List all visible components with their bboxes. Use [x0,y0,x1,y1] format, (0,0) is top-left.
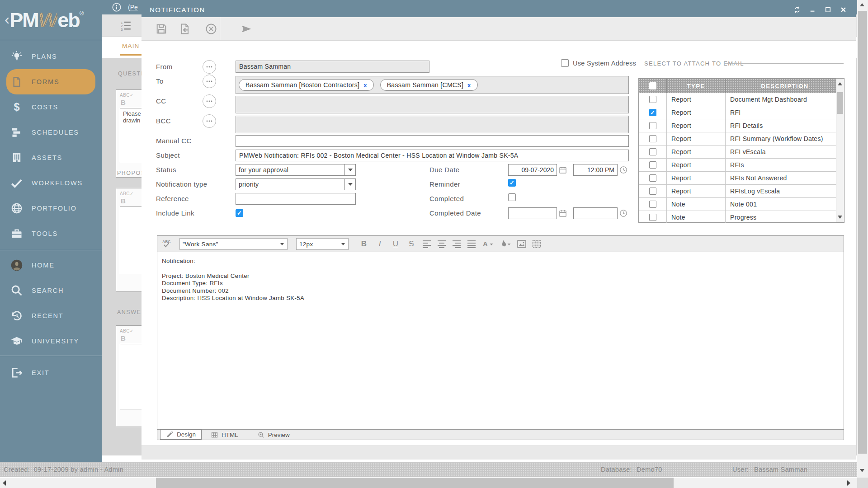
row-checkbox[interactable] [649,109,656,116]
table-row[interactable]: Report RFIs [639,159,844,172]
italic-icon[interactable]: I [374,239,386,249]
sidebar-item-exit[interactable]: EXIT [6,360,95,385]
row-checkbox[interactable] [649,174,656,182]
remove-chip-button[interactable]: x [467,82,471,89]
strikethrough-icon[interactable]: S [406,239,417,249]
scrollbar-thumb[interactable] [837,92,843,114]
scroll-up-icon[interactable] [860,3,864,6]
sidebar-item-portfolio[interactable]: PORTFOLIO [6,196,95,221]
to-field[interactable]: Bassam Samman [Boston Contractors]x Bass… [236,76,629,94]
row-checkbox[interactable] [649,188,656,195]
back-chevron-icon[interactable]: ‹ [5,10,9,28]
table-row[interactable]: Report Document Mgt Dashboard [639,93,844,106]
save-close-icon[interactable] [179,23,191,35]
sidebar-item-plans[interactable]: PLANS [6,44,95,69]
sidebar-item-home[interactable]: HOME [6,253,95,278]
table-row[interactable]: Report RFI Details [639,119,844,132]
chevron-down-icon[interactable] [344,179,355,190]
manual-cc-input[interactable] [236,135,629,147]
subject-input[interactable]: PMWeb Notification: RFIs 002 - Boston Me… [236,150,629,161]
sidebar-item-forms[interactable]: FORMS [6,69,95,94]
use-system-address-checkbox[interactable] [561,59,569,67]
tab-preview[interactable]: Preview [252,430,295,440]
sidebar-item-tools[interactable]: TOOLS [6,221,95,246]
editor-content[interactable]: Notification: Project: Boston Medical Ce… [157,252,844,429]
maximize-icon[interactable] [824,5,832,14]
remove-chip-button[interactable]: x [363,82,367,89]
table-row[interactable]: Report RFIsLog vEscala [639,185,844,198]
bcc-ellipsis-button[interactable] [203,114,216,128]
scroll-down-icon[interactable] [838,216,842,219]
row-checkbox[interactable] [649,214,656,221]
bold-icon[interactable]: B [358,239,370,249]
spellcheck-icon[interactable]: ABC [162,239,173,249]
sidebar-item-costs[interactable]: $ COSTS [6,94,95,120]
due-time-input[interactable]: 12:00 PM [573,164,618,176]
cc-field[interactable] [236,96,629,113]
modal-header[interactable]: NOTIFICATION [142,3,856,17]
table-row[interactable]: Note Note 001 [639,198,844,211]
sidebar-item-assets[interactable]: ASSETS [6,145,95,170]
align-right-icon[interactable] [451,239,462,249]
scroll-up-icon[interactable] [838,82,842,85]
font-color-icon[interactable]: A [481,239,495,249]
notification-type-select[interactable]: priority [236,178,356,190]
tab-main[interactable]: MAIN [122,42,140,49]
align-left-icon[interactable] [421,239,432,249]
font-size-select[interactable]: 12px [296,238,349,250]
reminder-checkbox[interactable] [508,179,516,187]
sidebar-item-schedules[interactable]: SCHEDULES [6,120,95,145]
scroll-down-icon[interactable] [860,469,864,472]
calendar-icon[interactable] [558,165,567,174]
due-date-input[interactable]: 09-07-2020 [508,164,557,176]
reference-input[interactable] [236,193,356,205]
horizontal-scrollbar[interactable] [0,478,857,488]
clock-icon[interactable] [619,209,628,218]
save-icon[interactable] [155,23,168,35]
calendar-icon[interactable] [558,209,567,218]
info-icon[interactable] [112,2,122,12]
table-row[interactable]: Report RFI Summary (Workflow Dates) [639,132,844,145]
from-ellipsis-button[interactable] [203,60,216,74]
sidebar-item-workflows[interactable]: WORKFLOWS [6,170,95,196]
table-row[interactable]: Report RFI vEscala [639,145,844,159]
sync-icon[interactable] [793,5,802,14]
sidebar-item-search[interactable]: SEARCH [6,278,95,303]
table-row[interactable]: Report RFI [639,106,844,119]
scrollbar-thumb[interactable] [858,11,867,454]
cancel-icon[interactable] [205,23,217,35]
bcc-field[interactable] [236,116,629,133]
sidebar-item-university[interactable]: UNIVERSITY [6,328,95,354]
completed-checkbox[interactable] [508,193,516,201]
vertical-scrollbar[interactable] [857,0,868,488]
sidebar-item-recent[interactable]: RECENT [6,303,95,328]
send-icon[interactable] [240,23,253,35]
clock-icon[interactable] [619,165,628,174]
completed-time-input[interactable] [573,207,618,219]
attach-table-scrollbar[interactable] [836,79,844,222]
page-topbar-link[interactable]: (Pe [128,4,138,11]
font-family-select[interactable]: "Work Sans" [179,238,288,250]
align-center-icon[interactable] [436,239,447,249]
from-input[interactable]: Bassam Samman [236,61,429,73]
tab-design[interactable]: Design [160,429,202,440]
minimize-icon[interactable] [808,5,817,14]
numbered-list-icon[interactable]: 123 [120,20,132,32]
row-checkbox[interactable] [649,148,656,155]
close-icon[interactable] [839,5,848,14]
row-checkbox[interactable] [649,161,656,169]
select-all-checkbox[interactable] [649,82,656,89]
row-checkbox[interactable] [649,135,656,142]
row-checkbox[interactable] [649,122,656,129]
include-link-checkbox[interactable] [236,209,243,217]
cc-ellipsis-button[interactable] [203,94,216,108]
row-checkbox[interactable] [649,201,656,208]
align-justify-icon[interactable] [466,239,477,249]
row-checkbox[interactable] [649,96,656,103]
ink-icon[interactable] [499,239,512,249]
scroll-right-icon[interactable] [847,480,850,486]
to-ellipsis-button[interactable] [203,75,216,88]
chevron-down-icon[interactable] [344,164,355,175]
scrollbar-thumb[interactable] [156,478,674,488]
completed-date-input[interactable] [508,207,557,219]
